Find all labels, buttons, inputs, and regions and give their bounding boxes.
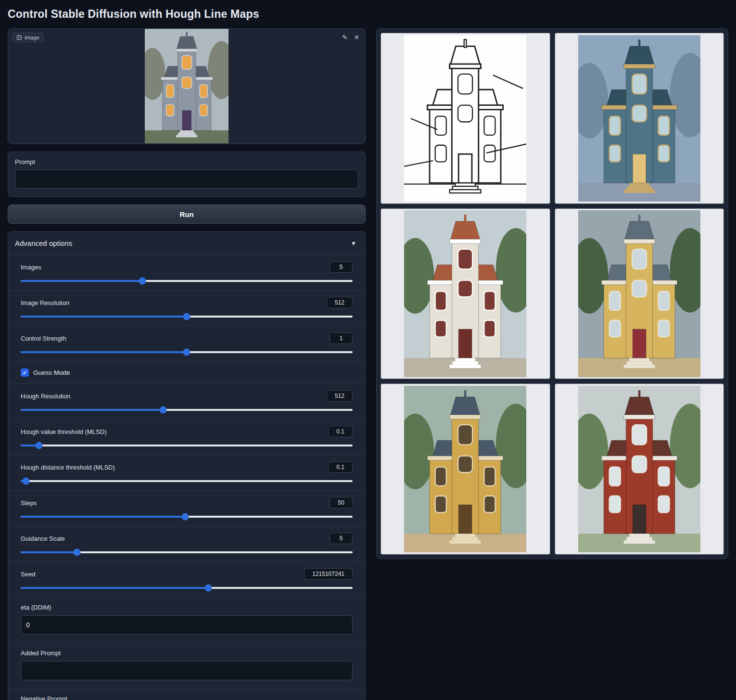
hough-resolution-slider-track[interactable] (21, 409, 353, 411)
added-prompt-label: Added Prompt (21, 649, 353, 657)
control-strength-slider-thumb[interactable] (183, 349, 190, 356)
generated-house-red-image (578, 386, 700, 553)
hough-resolution-value[interactable]: 512 (327, 390, 353, 402)
images-value[interactable]: 5 (330, 261, 353, 273)
seed-value[interactable]: 1215107241 (304, 568, 353, 580)
steps-slider-track[interactable] (21, 516, 353, 518)
slider-head: Hough Resolution 512 (21, 390, 353, 402)
input-image-holder (145, 29, 229, 143)
gallery-item-generated-house-gold[interactable] (381, 383, 550, 555)
hough-distance-threshold-mlsd-slider-thumb[interactable] (23, 478, 30, 485)
prompt-input[interactable] (15, 169, 358, 189)
slider-head: Guidance Scale 5 (21, 533, 353, 544)
left-column: Image ✎ ✕ Prompt Run (8, 28, 366, 700)
advanced-options-header[interactable]: Advanced options ▼ (8, 232, 365, 255)
slider-head: Control Strength 1 (21, 332, 353, 344)
slider-fill (21, 551, 77, 553)
check-icon: ✓ (22, 370, 27, 376)
guidance-scale-label: Guidance Scale (21, 535, 65, 542)
slider-fill (21, 409, 163, 411)
advanced-options-label: Advanced options (15, 239, 72, 247)
gallery-item-generated-house-yellow[interactable] (555, 208, 724, 380)
generated-house-white-image (404, 210, 526, 377)
hough-value-threshold-mlsd-slider-thumb[interactable] (35, 442, 42, 449)
control-hough-distance-threshold-mlsd: Hough distance threshold (MLSD) 0.1 (8, 455, 365, 490)
image-resolution-label: Image Resolution (21, 299, 69, 306)
hough-value-threshold-mlsd-label: Hough value threshold (MLSD) (21, 428, 106, 435)
seed-slider-thumb[interactable] (204, 585, 212, 592)
slider-head: Seed 1215107241 (21, 568, 353, 580)
gallery-item-hough-line-map[interactable] (381, 33, 550, 204)
control-hough-resolution: Hough Resolution 512 (8, 383, 365, 419)
output-gallery (376, 28, 728, 559)
prompt-label: Prompt (15, 158, 358, 165)
hough-distance-threshold-mlsd-value[interactable]: 0.1 (328, 461, 353, 473)
checkbox-box: ✓ (21, 369, 29, 377)
image-resolution-slider-track[interactable] (21, 316, 353, 318)
steps-slider-thumb[interactable] (181, 513, 189, 521)
guidance-scale-slider-thumb[interactable] (74, 549, 81, 556)
slider-fill (21, 351, 187, 353)
images-label: Images (21, 264, 41, 271)
slider-fill (21, 587, 208, 589)
advanced-controls: Images 5 Image Resolution 512 Control St… (8, 255, 365, 700)
hough-value-threshold-mlsd-slider-track[interactable] (21, 445, 353, 446)
images-slider-track[interactable] (21, 280, 353, 282)
control-guidance-scale: Guidance Scale 5 (8, 526, 365, 561)
control-control-strength: Control Strength 1 (8, 326, 365, 361)
image-resolution-slider-thumb[interactable] (183, 313, 190, 320)
main-layout: Image ✎ ✕ Prompt Run (8, 28, 728, 700)
gallery-item-generated-house-red[interactable] (555, 383, 724, 555)
image-actions: ✎ ✕ (341, 33, 360, 42)
run-button[interactable]: Run (8, 204, 366, 224)
hough-value-threshold-mlsd-value[interactable]: 0.1 (328, 426, 353, 437)
guidance-scale-value[interactable]: 5 (330, 533, 353, 544)
image-input-panel[interactable]: Image ✎ ✕ (8, 28, 366, 144)
slider-head: Images 5 (21, 261, 353, 273)
steps-value[interactable]: 50 (330, 497, 353, 509)
hough-distance-threshold-mlsd-slider-track[interactable] (21, 480, 353, 482)
guess-mode-checkbox[interactable]: ✓ Guess Mode (21, 369, 353, 377)
control-guess-mode: ✓ Guess Mode (8, 361, 365, 383)
control-image-resolution: Image Resolution 512 (8, 290, 365, 326)
control-images: Images 5 (8, 255, 365, 290)
slider-head: Steps 50 (21, 497, 353, 509)
seed-label: Seed (21, 571, 35, 578)
control-eta-ddim: eta (DDIM) (8, 597, 365, 643)
image-badge-label: Image (25, 35, 39, 40)
guidance-scale-slider-track[interactable] (21, 551, 353, 553)
image-badge: Image (12, 33, 44, 42)
added-prompt-input[interactable] (21, 661, 353, 680)
hough-distance-threshold-mlsd-label: Hough distance threshold (MLSD) (21, 464, 115, 471)
page-title: Control Stable Diffusion with Hough Line… (8, 8, 728, 21)
slider-fill (21, 316, 187, 318)
image-resolution-value[interactable]: 512 (327, 297, 353, 308)
eta-ddim-label: eta (DDIM) (21, 604, 353, 611)
gallery-item-generated-house-white[interactable] (381, 208, 550, 380)
advanced-options-panel: Advanced options ▼ Images 5 Image Resolu… (8, 231, 366, 700)
control-hough-value-threshold-mlsd: Hough value threshold (MLSD) 0.1 (8, 419, 365, 455)
control-strength-value[interactable]: 1 (330, 332, 353, 344)
generated-house-blue-image (578, 35, 700, 202)
images-slider-thumb[interactable] (139, 278, 146, 285)
slider-fill (21, 280, 142, 282)
seed-slider-track[interactable] (21, 587, 353, 589)
control-strength-slider-track[interactable] (21, 351, 353, 353)
control-seed: Seed 1215107241 (8, 561, 365, 597)
hough-line-map-image (404, 35, 526, 202)
control-strength-label: Control Strength (21, 335, 66, 342)
victorian-house-photo (145, 29, 229, 143)
prompt-panel: Prompt (8, 152, 366, 197)
clear-image-button[interactable]: ✕ (353, 33, 360, 42)
accordion-arrow-icon: ▼ (351, 240, 356, 247)
edit-image-button[interactable]: ✎ (341, 33, 348, 42)
hough-resolution-label: Hough Resolution (21, 393, 70, 400)
hough-resolution-slider-thumb[interactable] (160, 407, 167, 414)
negative-prompt-label: Negative Prompt (21, 695, 353, 700)
slider-fill (21, 516, 185, 518)
guess-mode-label: Guess Mode (33, 369, 70, 376)
gallery-item-generated-house-blue[interactable] (555, 33, 724, 204)
control-negative-prompt: Negative Prompt (8, 688, 365, 700)
control-added-prompt: Added Prompt (8, 643, 365, 688)
eta-ddim-input[interactable] (21, 615, 353, 635)
